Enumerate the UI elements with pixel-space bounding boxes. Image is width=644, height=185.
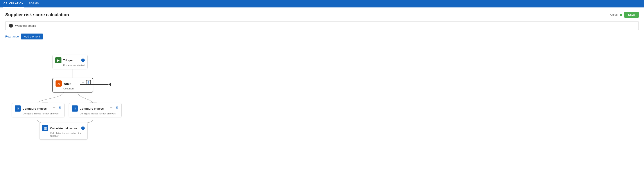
calculate-icon: ▦ (42, 125, 48, 131)
external-arrow (80, 83, 111, 86)
calculate-info-button[interactable]: i (81, 127, 85, 130)
header-right: Active Save (610, 12, 639, 18)
configure-right-edit-button[interactable]: ✏ (109, 105, 114, 110)
active-status-dot (620, 14, 622, 16)
workflow-details-label: Workflow details (15, 24, 36, 27)
configure-right-node[interactable]: ✏ 🗑 ⚙ Configure indices Configure indice… (69, 103, 122, 117)
top-navigation: CALCULATION FORMS (0, 0, 644, 7)
header-row: Supplier risk score calculation Active S… (5, 12, 639, 18)
when-icon: ≋ (56, 80, 62, 87)
rearrange-button[interactable]: Rearrange (5, 35, 19, 38)
when-title: When (64, 82, 71, 85)
workflow-canvas: ▶ Trigger i Process has started ✏ 🗑 ≋ Wh… (5, 44, 639, 167)
configure-left-actions: ✏ 🗑 (52, 105, 62, 110)
configure-right-title: Configure indices (80, 107, 104, 110)
configure-right-subtitle: Configure indices for risk analysis (80, 112, 119, 115)
calculate-node[interactable]: ▦ Calculate risk score i Calculates the … (39, 123, 88, 140)
configure-right-icon: ⚙ (72, 105, 78, 112)
main-content: Supplier risk score calculation Active S… (0, 7, 644, 185)
trigger-info-button[interactable]: i (81, 58, 85, 62)
calculate-title: Calculate risk score (50, 127, 77, 130)
toolbar: Rearrange Add element (5, 33, 639, 39)
configure-right-actions: ✏ 🗑 (109, 105, 120, 110)
configure-left-delete-button[interactable]: 🗑 (58, 105, 62, 110)
nav-tab-calculation[interactable]: CALCULATION (3, 0, 24, 7)
trigger-subtitle: Process has started (63, 64, 85, 67)
configure-right-delete-button[interactable]: 🗑 (115, 105, 120, 110)
nav-tab-forms[interactable]: FORMS (28, 0, 40, 7)
save-button[interactable]: Save (624, 12, 639, 18)
configure-left-title: Configure indices (22, 107, 47, 110)
configure-left-edit-button[interactable]: ✏ (52, 105, 57, 110)
calculate-subtitle: Calculates the risk value of a supplier (50, 132, 85, 137)
workflow-info-icon: i (9, 24, 13, 28)
workflow-details-bar[interactable]: i Workflow details (5, 21, 639, 30)
trigger-icon: ▶ (55, 57, 62, 63)
page-title: Supplier risk score calculation (5, 12, 69, 17)
trigger-title: Trigger (63, 59, 73, 62)
configure-left-subtitle: Configure indices for risk analysis (22, 112, 62, 115)
nav-tab-forms-label: FORMS (29, 2, 39, 5)
configure-left-node[interactable]: ✏ 🗑 ⚙ Configure indices Configure indice… (12, 103, 64, 117)
configure-left-icon: ⚙ (15, 105, 21, 112)
nav-tab-calculation-label: CALCULATION (4, 2, 24, 5)
add-element-button[interactable]: Add element (21, 33, 43, 39)
active-label: Active (610, 13, 618, 16)
trigger-node[interactable]: ▶ Trigger i Process has started (52, 55, 88, 69)
when-subtitle: Condition (64, 87, 90, 90)
